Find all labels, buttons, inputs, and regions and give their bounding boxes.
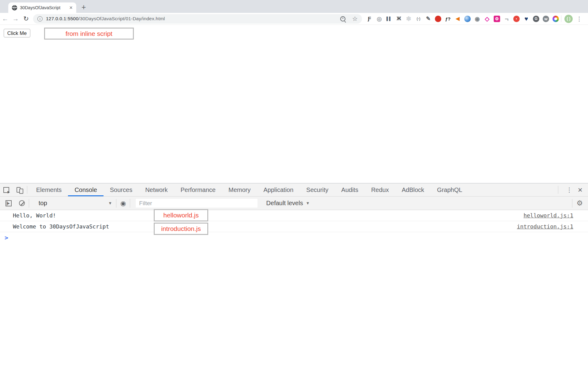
g-circle-icon[interactable]: G [533,16,539,22]
tab-title: 30DaysOfJavaScript [20,5,66,10]
annotation-introduction: introduction.js [154,223,208,235]
source-link[interactable]: introduction.js:1 [517,223,573,230]
url-host: 127.0.0.1:5500 [46,16,78,21]
console-prompt-chevron-icon: > [5,234,8,241]
tab-adblock[interactable]: AdBlock [395,183,431,196]
tab-memory[interactable]: Memory [222,183,257,196]
bug-icon[interactable]: Ж [396,16,402,22]
console-output: Hello, World! helloworld.js:1 Welcome to… [0,210,588,243]
atom-flower-icon[interactable]: ✽ [405,16,412,22]
columns-icon[interactable]: ▌▌ [386,16,392,22]
chevron-down-icon: ▼ [108,201,112,205]
page-info-icon[interactable]: i [37,16,43,21]
clear-console-icon[interactable] [19,200,25,206]
live-expression-eye-icon[interactable]: ◉ [120,200,126,206]
levels-label: Default levels [266,200,303,207]
divider [116,199,116,208]
devtools-close-icon[interactable]: × [578,186,582,194]
bookmark-star-icon[interactable]: ☆ [352,16,358,22]
back-icon[interactable]: ← [0,15,10,22]
forward-icon[interactable]: → [10,15,21,22]
console-sidebar-toggle-icon[interactable]: ▶ [6,200,12,206]
f-question-icon[interactable]: ƒ? [445,16,451,22]
log-levels-select[interactable]: Default levels ▼ [266,200,310,207]
tab-security[interactable]: Security [300,183,335,196]
color-wheel-icon[interactable] [552,16,559,22]
navigation-bar: ← → ↻ i 127.0.0.1:5500/30DaysOfJavaScrip… [0,13,588,25]
console-prompt-row[interactable]: > [0,232,588,243]
divider [558,186,558,194]
tab-sources[interactable]: Sources [104,183,139,196]
device-toolbar-icon [17,187,21,193]
browser-tab[interactable]: 30DaysOfJavaScript × [8,2,76,13]
paren-dash-icon[interactable]: (-) [415,16,422,22]
tab-strip: 30DaysOfJavaScript × + [0,0,588,13]
click-me-button[interactable]: Click Me [4,29,30,37]
heart-search-icon[interactable]: ♥ [523,16,530,22]
tab-network[interactable]: Network [139,183,174,196]
camera-icon[interactable]: ◉ [474,16,481,22]
devtools-menu-icon[interactable]: ⋮ [561,186,578,194]
megaphone-icon[interactable]: ◀ [454,16,461,22]
corner-pipes-icon[interactable]: ¬ [503,16,510,22]
browser-menu-icon[interactable]: ⋮ [576,15,582,22]
url-path: /30DaysOfJavaScript/01-Day/index.html [78,16,165,21]
console-filter-input[interactable] [135,198,258,208]
address-bar[interactable]: i 127.0.0.1:5500/30DaysOfJavaScript/01-D… [33,14,362,24]
divider [561,15,561,22]
tab-application[interactable]: Application [257,183,300,196]
console-toolbar: ▶ top ▼ ◉ Default levels ▼ ⚙ [0,196,588,210]
console-settings-gear-icon[interactable]: ⚙ [576,200,583,207]
divider [572,199,572,208]
source-link[interactable]: helloworld.js:1 [523,212,573,219]
execution-context-select[interactable]: top ▼ [39,200,112,207]
tab-performance[interactable]: Performance [174,183,222,196]
context-label: top [39,200,47,207]
divider [27,186,27,194]
inline-script-annotation: from inline script [44,28,134,40]
inspect-cursor-icon [3,187,9,193]
extensions-row: Ƒ ◎ ▌▌ Ж ✽ (-) ✎ ƒ? ◀ ◉ ◇ ⚙ ¬ ▪ ♥ G w [366,16,559,22]
tab-audits[interactable]: Audits [335,183,365,196]
devtools-tab-bar: Elements Console Sources Network Perform… [0,183,588,196]
w-circle-icon[interactable]: w [543,16,549,22]
zoom-magnifier-icon[interactable] [340,16,345,21]
fira-script-icon[interactable]: Ƒ [366,16,373,22]
annotation-helloworld: helloworld.js [154,209,208,221]
new-tab-button[interactable]: + [81,3,86,11]
swirl-icon[interactable] [464,16,471,22]
graphql-icon[interactable]: ◇ [484,16,490,22]
url-text: 127.0.0.1:5500/30DaysOfJavaScript/01-Day… [46,16,165,21]
globe-favicon-icon [12,5,17,10]
device-toolbar-button[interactable] [12,183,24,196]
chevron-down-icon: ▼ [306,201,310,205]
tab-close-icon[interactable]: × [69,5,73,10]
tab-graphql[interactable]: GraphQL [431,183,469,196]
console-message-text: Welcome to 30DaysOfJavaScript [13,223,109,230]
tab-redux[interactable]: Redux [365,183,395,196]
pink-gear-icon[interactable]: ⚙ [494,16,500,22]
tab-elements[interactable]: Elements [30,183,68,196]
devtools-panel: Elements Console Sources Network Perform… [0,183,588,368]
reload-icon[interactable]: ↻ [21,15,31,22]
inspect-element-button[interactable] [0,183,12,196]
orbit-rings-icon[interactable]: ◎ [376,16,383,22]
divider [130,199,130,208]
eyedropper-icon[interactable]: ✎ [425,16,432,22]
red-bookmark-icon[interactable]: ▪ [513,16,520,22]
profile-avatar[interactable]: { } [564,15,573,23]
console-message-row: Welcome to 30DaysOfJavaScript introducti… [0,221,588,232]
browser-window: 30DaysOfJavaScript × + ← → ↻ i 127.0.0.1… [0,0,588,368]
stop-hand-icon[interactable] [435,16,441,22]
divider [29,199,29,208]
console-message-text: Hello, World! [13,212,56,219]
console-message-row: Hello, World! helloworld.js:1 [0,210,588,221]
page-content: Click Me from inline script [0,25,588,183]
tab-console[interactable]: Console [68,183,103,196]
